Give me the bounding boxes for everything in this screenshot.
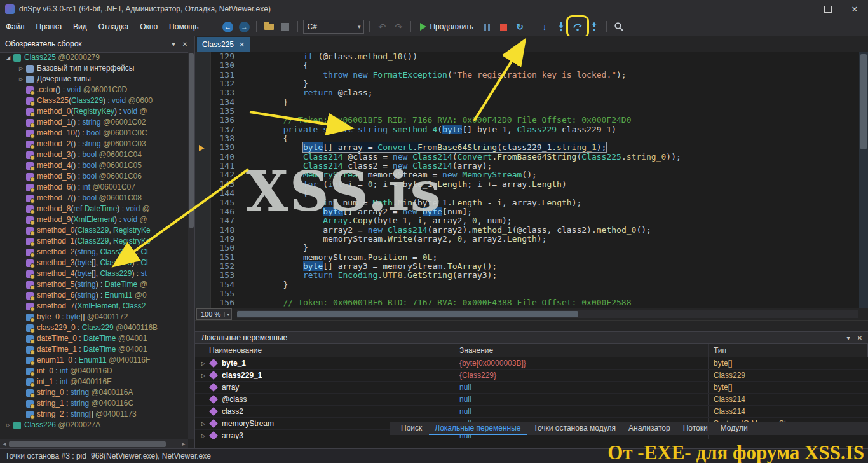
tree-item[interactable]: dateTime_0 : DateTime @04001 bbox=[0, 333, 188, 344]
restart-button[interactable]: ↻ bbox=[513, 20, 527, 34]
open-file-button[interactable] bbox=[262, 20, 276, 34]
tree-item[interactable]: string_1 : string @0400116C bbox=[0, 398, 188, 409]
tree-item[interactable]: smethod_6(string) : Enum11 @0 bbox=[0, 290, 188, 301]
minimize-button[interactable]: – bbox=[788, 0, 815, 18]
tree-item[interactable]: byte_0 : byte[] @04001172 bbox=[0, 312, 188, 322]
close-button[interactable]: ✕ bbox=[841, 0, 868, 18]
locals-row[interactable]: ▷class229_1{Class229}Class229 bbox=[195, 370, 868, 382]
chevron-down-icon[interactable]: ▾ bbox=[843, 335, 854, 342]
search-button[interactable] bbox=[612, 20, 626, 34]
bottom-tab-1[interactable]: Локальные переменные bbox=[429, 422, 526, 435]
panel-splitter[interactable] bbox=[195, 320, 868, 332]
tree-item[interactable]: method_9(XmlElement) : void @ bbox=[0, 214, 188, 225]
menu-item-0[interactable]: Файл bbox=[0, 18, 31, 36]
expander-closed-icon[interactable]: ▷ bbox=[199, 421, 208, 427]
tree-item[interactable]: method_2() : string @06001C03 bbox=[0, 139, 188, 149]
tree-item[interactable]: method_3() : bool @06001C04 bbox=[0, 149, 188, 160]
bottom-tab-3[interactable]: Анализатор bbox=[623, 422, 676, 435]
locals-column-header[interactable]: Тип bbox=[709, 344, 868, 357]
tree-item[interactable]: smethod_7(XmlElement, Class2 bbox=[0, 301, 188, 312]
tree-item[interactable]: class229_0 : Class229 @0400116B bbox=[0, 322, 188, 333]
tree-item[interactable]: smethod_5(string) : DateTime @ bbox=[0, 279, 188, 290]
locals-row[interactable]: class2nullClass214 bbox=[195, 406, 868, 418]
scroll-left-icon[interactable]: ◄ bbox=[0, 441, 9, 447]
navigate-forward-button[interactable]: → bbox=[237, 20, 251, 34]
step-out-button[interactable] bbox=[587, 20, 601, 34]
locals-row[interactable]: ▷byte_1{byte[0x0000003B]}byte[] bbox=[195, 357, 868, 370]
tree-item[interactable]: ▷Class226 @0200027A bbox=[0, 420, 188, 431]
navigate-back-button[interactable]: ← bbox=[220, 20, 234, 34]
tree-item[interactable]: method_6() : int @06001C07 bbox=[0, 182, 188, 193]
tree-item[interactable]: string_2 : string[] @04001173 bbox=[0, 409, 188, 420]
scroll-right-icon[interactable]: ► bbox=[179, 441, 188, 447]
locals-column-header[interactable]: Наименование bbox=[195, 344, 454, 357]
locals-row[interactable]: @classnullClass214 bbox=[195, 394, 868, 406]
expander-closed-icon[interactable]: ▷ bbox=[4, 420, 13, 431]
menu-item-1[interactable]: Правка bbox=[31, 18, 68, 36]
tree-item[interactable]: smethod_0(Class229, RegistryKe bbox=[0, 225, 188, 236]
menu-item-5[interactable]: Помощь bbox=[163, 18, 204, 36]
scrollbar-thumb[interactable] bbox=[9, 441, 166, 447]
scrollbar-thumb[interactable] bbox=[189, 53, 194, 228]
pause-button[interactable] bbox=[480, 20, 494, 34]
bottom-tab-0[interactable]: Поиск bbox=[395, 422, 428, 435]
bottom-tab-5[interactable]: Модули bbox=[715, 422, 754, 435]
tree-item[interactable]: ▷Дочерние типы bbox=[0, 74, 188, 85]
scrollbar-thumb[interactable] bbox=[237, 311, 578, 317]
tree-item[interactable]: smethod_2(string, Class229) : Cl bbox=[0, 247, 188, 258]
close-icon[interactable]: ✕ bbox=[179, 41, 191, 48]
language-select[interactable]: C#▾ bbox=[303, 20, 364, 34]
bottom-tab-4[interactable]: Потоки bbox=[677, 422, 714, 435]
bottom-tab-2[interactable]: Точки останова модуля bbox=[528, 422, 622, 435]
editor-horizontal-scrollbar[interactable] bbox=[237, 310, 858, 318]
step-into-button[interactable] bbox=[554, 20, 568, 34]
tab-class225[interactable]: Class225 ✕ bbox=[197, 37, 250, 52]
maximize-button[interactable] bbox=[815, 0, 841, 18]
sidebar-vertical-scrollbar[interactable] bbox=[188, 52, 194, 439]
tree-item[interactable]: string_0 : string @0400116A bbox=[0, 387, 188, 398]
tree-item[interactable]: enum11_0 : Enum11 @0400116F bbox=[0, 355, 188, 366]
editor-vertical-scrollbar[interactable] bbox=[859, 52, 868, 308]
step-over-button[interactable] bbox=[571, 20, 585, 34]
tree-item[interactable]: method_1() : string @06001C02 bbox=[0, 117, 188, 128]
tree-item[interactable]: int_0 : int @0400116D bbox=[0, 366, 188, 377]
expander-open-icon[interactable]: ◢ bbox=[4, 52, 13, 63]
tree-item[interactable]: method_7() : bool @06001C08 bbox=[0, 193, 188, 204]
tree-item[interactable]: method_10() : bool @06001C0C bbox=[0, 128, 188, 139]
code-editor[interactable]: 129 if (@class.method_10())130 {131 thro… bbox=[195, 52, 868, 308]
tree-item[interactable]: Class225(Class229) : void @0600 bbox=[0, 95, 188, 106]
stop-button[interactable] bbox=[496, 20, 510, 34]
menu-item-2[interactable]: Вид bbox=[67, 18, 93, 36]
redo-button[interactable]: ↷ bbox=[391, 20, 405, 34]
tree-item[interactable]: smethod_4(byte[], Class229) : st bbox=[0, 268, 188, 279]
locals-column-header[interactable]: Значение bbox=[454, 344, 709, 357]
chevron-down-icon[interactable]: ▾ bbox=[168, 41, 179, 48]
tree-item[interactable]: method_4() : bool @06001C05 bbox=[0, 160, 188, 171]
zoom-control[interactable]: 100 % ▾ bbox=[196, 308, 232, 320]
undo-button[interactable]: ↶ bbox=[375, 20, 389, 34]
menu-item-3[interactable]: Отладка bbox=[93, 18, 134, 36]
tree-item[interactable]: dateTime_1 : DateTime @04001 bbox=[0, 344, 188, 355]
tree-item[interactable]: ▷Базовый тип и интерфейсы bbox=[0, 63, 188, 74]
expander-closed-icon[interactable]: ▷ bbox=[17, 74, 25, 85]
expander-closed-icon[interactable]: ▷ bbox=[199, 373, 208, 378]
tree-item[interactable]: method_0(RegistryKey) : void @ bbox=[0, 106, 188, 117]
show-next-statement-button[interactable]: ↓ bbox=[538, 20, 552, 34]
expander-closed-icon[interactable]: ▷ bbox=[17, 63, 25, 74]
tree-item[interactable]: smethod_1(Class229, RegistryKe bbox=[0, 236, 188, 247]
tab-close-icon[interactable]: ✕ bbox=[239, 41, 245, 49]
tree-item[interactable]: .cctor() : void @06001C0D bbox=[0, 85, 188, 95]
tree-item[interactable]: int_1 : int @0400116E bbox=[0, 377, 188, 387]
expander-closed-icon[interactable]: ▷ bbox=[199, 433, 208, 439]
sidebar-horizontal-scrollbar[interactable]: ◄ ► bbox=[0, 439, 188, 449]
menu-item-4[interactable]: Окно bbox=[134, 18, 163, 36]
close-icon[interactable]: ✕ bbox=[854, 335, 865, 342]
continue-button[interactable]: Продолжить bbox=[416, 20, 477, 34]
tree-item[interactable]: method_8(ref DateTime) : void @ bbox=[0, 204, 188, 214]
tree-item[interactable]: ◢Class225 @02000279 bbox=[0, 52, 188, 63]
save-button[interactable] bbox=[278, 20, 292, 34]
scrollbar-thumb[interactable] bbox=[860, 54, 867, 149]
expander-closed-icon[interactable]: ▷ bbox=[199, 361, 208, 366]
locals-row[interactable]: arraynullbyte[] bbox=[195, 382, 868, 394]
tree-item[interactable]: method_5() : bool @06001C06 bbox=[0, 171, 188, 182]
